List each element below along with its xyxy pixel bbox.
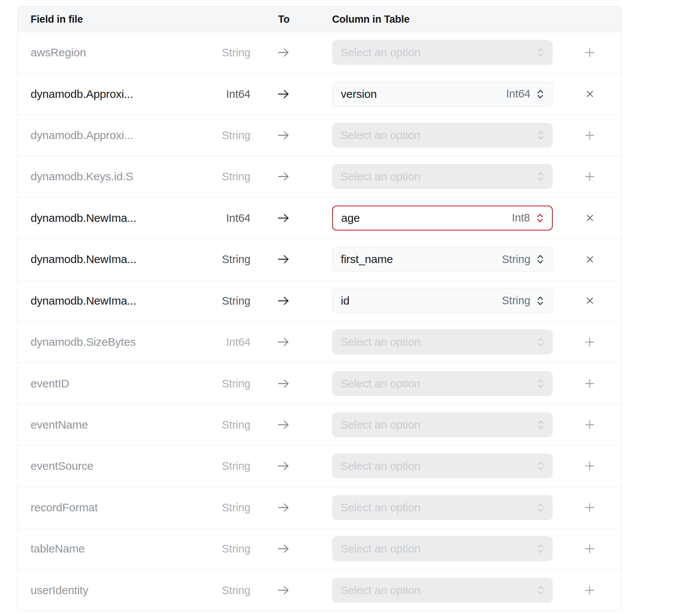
column-select-value: Select an option — [340, 584, 420, 597]
table-row: eventName String Select an option — [18, 404, 621, 445]
column-select-value: first_name — [341, 253, 393, 266]
field-type: String — [18, 170, 250, 183]
table-row: dynamodb.NewIma... String first_name Str… — [18, 238, 621, 280]
column-select-value: version — [341, 88, 377, 101]
remove-mapping-button[interactable] — [579, 83, 601, 105]
chevron-up-down-icon — [537, 584, 544, 596]
column-select[interactable]: age Int8 — [332, 206, 553, 231]
column-select-type: Int64 — [506, 88, 531, 100]
column-select-type: String — [502, 294, 530, 307]
field-type: String — [18, 46, 250, 59]
add-mapping-button[interactable] — [579, 497, 601, 518]
table-row: dynamodb.Approxi... String Select an opt… — [18, 115, 621, 156]
chevron-up-down-icon — [536, 295, 544, 307]
remove-mapping-button[interactable] — [579, 248, 601, 270]
remove-mapping-button[interactable] — [579, 207, 601, 229]
column-select[interactable]: first_name String — [332, 247, 553, 272]
plus-icon — [585, 544, 595, 554]
column-select-value: Select an option — [340, 418, 420, 431]
column-select-value: age — [341, 212, 360, 224]
field-type: Int64 — [18, 336, 250, 348]
chevron-up-down-icon — [537, 460, 544, 472]
remove-mapping-button[interactable] — [579, 290, 601, 312]
table-header: Field in file To Column in Table — [18, 6, 621, 32]
chevron-up-down-icon — [536, 212, 544, 224]
column-select-value: Select an option — [340, 377, 420, 390]
field-mapping-table: Field in file To Column in Table awsRegi… — [17, 6, 621, 611]
chevron-up-down-icon — [537, 129, 544, 141]
arrow-right-icon — [277, 336, 290, 348]
chevron-up-down-icon — [537, 170, 544, 183]
column-select: Select an option — [332, 164, 553, 189]
column-select: Select an option — [332, 123, 553, 148]
plus-icon — [585, 48, 595, 57]
add-mapping-button[interactable] — [579, 42, 601, 63]
arrow-right-icon — [277, 418, 290, 431]
column-select-value: id — [341, 294, 349, 307]
chevron-up-down-icon — [536, 253, 544, 265]
table-row: recordFormat String Select an option — [18, 487, 621, 528]
column-select-type: Int8 — [512, 212, 530, 224]
close-icon — [586, 214, 594, 222]
arrow-right-icon — [277, 46, 290, 59]
column-select: Select an option — [332, 495, 553, 520]
field-type: Int64 — [18, 88, 250, 100]
add-mapping-button[interactable] — [579, 455, 601, 477]
column-select-value: Select an option — [340, 501, 420, 514]
column-select: Select an option — [332, 40, 553, 65]
field-type: String — [18, 584, 250, 596]
add-mapping-button[interactable] — [579, 124, 601, 146]
arrow-right-icon — [277, 88, 290, 101]
plus-icon — [585, 503, 595, 512]
close-icon — [586, 297, 594, 305]
plus-icon — [585, 585, 595, 595]
field-type: String — [18, 253, 250, 266]
chevron-up-down-icon — [537, 543, 544, 555]
chevron-up-down-icon — [537, 419, 544, 431]
add-mapping-button[interactable] — [579, 331, 601, 353]
table-row: dynamodb.NewIma... Int64 age Int8 — [18, 197, 621, 238]
chevron-up-down-icon — [537, 378, 544, 390]
column-select-value: Select an option — [340, 170, 420, 183]
arrow-right-icon — [277, 501, 290, 514]
add-mapping-button[interactable] — [579, 166, 601, 187]
plus-icon — [585, 420, 595, 430]
column-select-value: Select an option — [340, 542, 420, 555]
table-row: eventSource String Select an option — [18, 445, 621, 486]
field-type: String — [18, 294, 250, 307]
column-select[interactable]: version Int64 — [332, 82, 553, 107]
column-select: Select an option — [332, 453, 553, 478]
field-type: String — [18, 377, 250, 390]
field-type: String — [18, 543, 250, 555]
add-mapping-button[interactable] — [579, 538, 601, 560]
column-select-type: String — [502, 253, 530, 266]
column-select: Select an option — [332, 578, 553, 603]
column-header-field-in-file: Field in file — [31, 13, 83, 25]
add-mapping-button[interactable] — [579, 579, 601, 601]
arrow-right-icon — [277, 170, 290, 183]
field-type: String — [18, 460, 250, 472]
plus-icon — [585, 461, 595, 471]
arrow-right-icon — [277, 542, 290, 555]
arrow-right-icon — [277, 460, 290, 472]
table-row: userIdentity String Select an option — [18, 569, 621, 610]
table-row: eventID String Select an option — [18, 362, 621, 404]
add-mapping-button[interactable] — [579, 373, 601, 395]
plus-icon — [585, 130, 595, 140]
table-row: dynamodb.NewIma... String id String — [18, 280, 621, 321]
arrow-right-icon — [277, 253, 290, 266]
column-select: Select an option — [332, 371, 553, 396]
column-header-to: To — [278, 13, 290, 25]
column-header-column-in-table: Column in Table — [332, 13, 410, 25]
table-row: tableName String Select an option — [18, 528, 621, 569]
arrow-right-icon — [277, 377, 290, 390]
chevron-up-down-icon — [537, 501, 544, 514]
column-select: Select an option — [332, 330, 553, 354]
column-select-value: Select an option — [340, 129, 420, 142]
chevron-up-down-icon — [537, 336, 544, 348]
field-type: String — [18, 129, 250, 142]
column-select[interactable]: id String — [332, 288, 553, 313]
table-row: awsRegion String Select an option — [18, 32, 621, 73]
close-icon — [586, 90, 594, 98]
add-mapping-button[interactable] — [579, 414, 601, 436]
